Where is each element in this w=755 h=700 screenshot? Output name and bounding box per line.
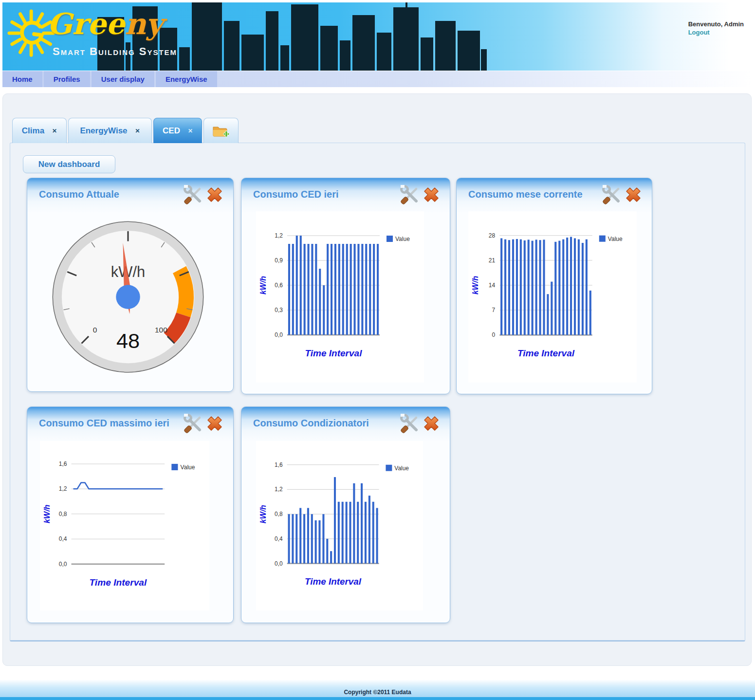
svg-text:Time Interval: Time Interval [89,577,147,588]
svg-text:0,6: 0,6 [275,282,283,289]
svg-text:48: 48 [116,329,140,352]
svg-text:0,0: 0,0 [275,560,283,567]
logo-title-part1: Gree [47,7,125,41]
line-chart-consumo-ced-massimo-ieri: 0,00,40,81,21,6ValuekW/hTime Interval [40,441,209,610]
svg-text:1,6: 1,6 [59,461,67,467]
svg-text:Value: Value [180,464,195,471]
widget-title: Consumo Condizionatori [253,418,369,429]
widget-close-icon[interactable] [421,185,442,204]
nav-item-user-display[interactable]: User display [92,71,154,87]
logo-subtitle: Smart Building System [53,45,177,58]
page: Greeny Smart Building System Benvenuto, … [0,0,755,700]
gauge-consumo-attuale: 0100kW/h48 [48,214,208,380]
widget-consumo-condizionatori: Consumo Condizionatori 0,00,40,81,21,6Va… [241,406,450,623]
svg-text:0,0: 0,0 [59,561,67,568]
svg-text:Value: Value [394,465,409,472]
logo-title-part2: ny [125,7,163,41]
new-dashboard-button[interactable]: New dashboard [23,155,115,173]
new-tab-button[interactable] [203,118,239,143]
widget-settings-icon[interactable] [601,185,623,204]
widget-close-icon[interactable] [421,414,442,433]
svg-text:0,8: 0,8 [275,511,283,517]
user-box: Benvenuto, Admin Logout [688,20,744,37]
svg-text:21: 21 [489,257,496,264]
widget-settings-icon[interactable] [399,185,421,204]
tab-clima-close-icon[interactable]: ✕ [52,128,57,134]
widget-consumo-ced-massimo-ieri: Consumo CED massimo ieri 0,00,40,81,21,6… [27,406,234,623]
widget-title: Consumo CED ieri [253,189,339,200]
tab-clima[interactable]: Clima ✕ [12,118,67,143]
footer-copyright: Copyright ©2011 Eudata [344,689,411,697]
widget-title: Consumo Attuale [39,189,119,200]
svg-text:100: 100 [155,326,167,334]
widget-consumo-mese-corrente: Consumo mese corrente 07142128ValuekW/hT… [456,178,652,394]
tab-ced-close-icon[interactable]: ✕ [188,128,193,134]
svg-text:0,4: 0,4 [275,535,283,542]
svg-text:0,9: 0,9 [275,257,283,264]
svg-text:Time Interval: Time Interval [305,348,363,358]
main-nav: Home Profiles User display EnergyWise [2,71,753,87]
widget-title: Consumo mese corrente [468,189,583,200]
svg-text:1,2: 1,2 [275,232,283,239]
svg-text:0,4: 0,4 [59,535,67,542]
svg-text:kW/h: kW/h [471,276,479,295]
widget-settings-icon[interactable] [183,414,204,433]
tab-ced[interactable]: CED ✕ [153,118,202,143]
tab-energywise-label: EnergyWise [80,126,127,136]
widget-close-icon[interactable] [204,185,225,204]
nav-item-energywise[interactable]: EnergyWise [156,71,217,87]
welcome-text: Benvenuto, Admin [688,20,744,28]
svg-text:Time Interval: Time Interval [305,576,362,587]
svg-text:28: 28 [489,232,496,239]
nav-item-home[interactable]: Home [2,71,42,87]
tab-energywise-close-icon[interactable]: ✕ [135,128,140,134]
widget-close-icon[interactable] [204,414,225,433]
svg-text:14: 14 [489,282,496,289]
svg-text:kW/h: kW/h [42,504,51,523]
svg-text:1,6: 1,6 [275,461,283,468]
svg-text:1,2: 1,2 [59,485,67,492]
widget-settings-icon[interactable] [183,185,204,204]
logo-title: Greeny [47,9,163,38]
widget-close-icon[interactable] [623,185,644,204]
svg-text:0,8: 0,8 [59,511,67,517]
nav-item-profiles[interactable]: Profiles [44,71,90,87]
svg-text:Time Interval: Time Interval [517,348,575,358]
svg-text:0,3: 0,3 [275,307,283,313]
widget-consumo-ced-ieri: Consumo CED ieri 0,00,30,60,91,2ValuekW/… [241,178,450,394]
bar-chart-consumo-mese-corrente: 07142128ValuekW/hTime Interval [468,211,637,383]
svg-text:kW/h: kW/h [259,505,267,523]
app-header: Greeny Smart Building System Benvenuto, … [2,2,753,71]
svg-text:Value: Value [608,236,623,242]
tab-energywise[interactable]: EnergyWise ✕ [68,118,152,143]
svg-text:0,0: 0,0 [275,332,283,338]
footer: Copyright ©2011 Eudata [0,680,755,697]
bar-chart-consumo-ced-ieri: 0,00,30,60,91,2ValuekW/hTime Interval [256,211,424,383]
svg-text:7: 7 [492,307,495,313]
tab-clima-label: Clima [22,126,44,136]
svg-text:0: 0 [492,332,495,338]
tab-ced-label: CED [163,126,180,136]
svg-text:Value: Value [395,236,410,242]
svg-text:1,2: 1,2 [275,486,283,493]
widget-title: Consumo CED massimo ieri [39,418,169,429]
logout-link[interactable]: Logout [688,28,744,37]
folder-add-icon [212,124,230,138]
widget-settings-icon[interactable] [399,414,421,433]
bar-chart-consumo-condizionatori: 0,00,40,81,21,6ValuekW/hTime Interval [256,441,423,610]
widget-consumo-attuale: Consumo Attuale 0100kW/h48 [27,178,234,392]
svg-text:0: 0 [93,326,97,334]
footer-accent-strip [0,697,755,700]
svg-text:kW/h: kW/h [259,276,267,295]
